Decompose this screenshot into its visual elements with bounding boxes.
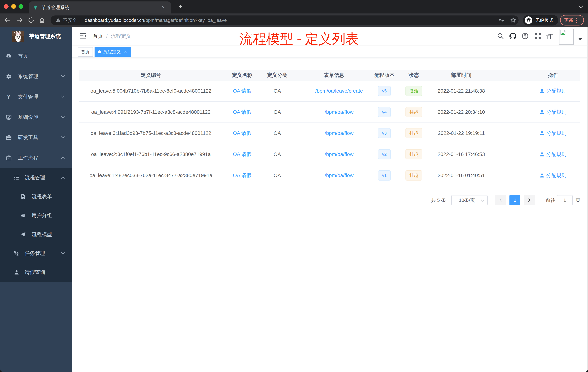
tab-search-icon[interactable]: [578, 5, 583, 8]
avatar[interactable]: [559, 29, 574, 44]
cell-time: 2022-01-16 01:40:51: [434, 165, 488, 186]
url-bar[interactable]: 不安全 dashboard.yudao.iocoder.cn/bpm/manag…: [51, 15, 519, 25]
fullscreen-icon[interactable]: [535, 33, 541, 39]
col-header-id: 定义编号: [79, 70, 222, 81]
assign-rule-link[interactable]: 分配规则: [540, 88, 567, 94]
cell-name-link[interactable]: OA 请假: [222, 144, 262, 165]
tab-title: 芋道管理系统: [42, 5, 69, 11]
forward-icon[interactable]: [16, 17, 23, 24]
user-group-icon: [20, 213, 26, 218]
sidebar-item-system[interactable]: 系统管理: [0, 66, 72, 87]
assign-rule-link[interactable]: 分配规则: [540, 109, 567, 116]
bookmark-star-icon[interactable]: [510, 17, 516, 23]
sidebar-item-label: 流程模型: [32, 231, 52, 238]
assign-rule-link[interactable]: 分配规则: [540, 151, 567, 158]
cell-category: OA: [262, 81, 293, 101]
cell-id: oa_leave:3:1fad3d93-7b75-11ec-a3c8-acde4…: [79, 123, 222, 144]
macos-minimize-button[interactable]: [11, 4, 16, 9]
tag-home[interactable]: 首页: [78, 47, 93, 57]
cell-id: oa_leave:1:482ec033-762a-11ec-8477-a2380…: [79, 165, 222, 186]
sidebar-item-label: 流程管理: [25, 174, 45, 181]
user-icon: [540, 152, 544, 157]
cell-time: 2022-01-22 19:19:11: [434, 123, 488, 144]
page-size-select[interactable]: 10条/页: [451, 195, 488, 205]
assign-rule-label: 分配规则: [546, 172, 567, 179]
sidebar-item-process-model[interactable]: 流程模型: [0, 225, 72, 244]
goto-page-input[interactable]: 1: [557, 195, 573, 205]
cell-form-link[interactable]: /bpm/oa/flow: [293, 165, 375, 186]
browser-tab[interactable]: 芋道管理系统 ×: [29, 1, 171, 13]
home-icon[interactable]: [39, 17, 45, 24]
sidebar-item-process-manage[interactable]: 流程管理: [0, 168, 72, 187]
cell-name-link[interactable]: OA 请假: [222, 102, 262, 122]
page-unit-label: 页: [576, 197, 580, 203]
macos-zoom-button[interactable]: [19, 4, 23, 9]
col-header-form: 表单信息: [293, 70, 375, 81]
cell-form-link[interactable]: /bpm/oa/flow: [293, 144, 375, 165]
tab-close-icon[interactable]: ×: [160, 4, 166, 10]
github-icon[interactable]: [509, 33, 516, 40]
prev-page-button[interactable]: [495, 195, 506, 205]
sidebar-logo[interactable]: 芋道管理系统: [0, 27, 72, 46]
page-number-1[interactable]: 1: [509, 195, 520, 205]
version-tag: v5: [378, 86, 390, 96]
yen-icon: ¥: [6, 94, 12, 100]
sidebar-item-leave-query[interactable]: 请假查询: [0, 263, 72, 282]
back-icon[interactable]: [4, 17, 10, 24]
tag-label: 首页: [81, 47, 90, 56]
table-header-row: 定义编号 定义名称 定义分类 表单信息 流程版本 状态 部署时间 操作: [79, 70, 580, 81]
search-icon[interactable]: [497, 33, 504, 39]
table-row: oa_leave:4:991f2193-7b7f-11ec-a3c8-acde4…: [79, 102, 580, 123]
chevron-up-icon: [61, 176, 65, 179]
user-icon: [540, 131, 544, 136]
breadcrumb-home[interactable]: 首页: [93, 33, 103, 40]
table-row: oa_leave:1:482ec033-762a-11ec-8477-a2380…: [79, 165, 580, 186]
monitor-icon: [6, 114, 12, 120]
col-header-version: 流程版本: [375, 70, 393, 81]
assign-rule-link[interactable]: 分配规则: [540, 172, 567, 179]
gear-icon: [6, 74, 12, 79]
browser-update-button[interactable]: 更新: [560, 15, 584, 25]
tag-process-definition[interactable]: 流程定义 ×: [94, 47, 131, 57]
browser-menu-kebab-icon[interactable]: [576, 18, 577, 23]
status-tag: 激活: [405, 86, 422, 96]
tag-close-icon[interactable]: ×: [123, 47, 128, 56]
cell-form-link[interactable]: /bpm/oa/flow: [293, 123, 375, 144]
assign-rule-link[interactable]: 分配规则: [540, 130, 567, 137]
font-size-icon[interactable]: [546, 33, 554, 39]
cell-form-link[interactable]: /bpm/oa/flow: [293, 102, 375, 122]
next-page-button[interactable]: [524, 195, 535, 205]
user-icon: [540, 173, 544, 178]
sidebar-item-home[interactable]: 首页: [0, 46, 72, 66]
cell-name-link[interactable]: OA 请假: [222, 81, 262, 101]
reload-icon[interactable]: [28, 17, 34, 24]
col-header-status: 状态: [393, 70, 434, 81]
sidebar-item-workflow[interactable]: 工作流程: [0, 148, 72, 168]
status-tag: 挂起: [405, 149, 422, 159]
sidebar-item-task-manage[interactable]: 任务管理: [0, 244, 72, 263]
caret-down-icon[interactable]: [578, 38, 582, 41]
sidebar-item-infra[interactable]: 基础设施: [0, 107, 72, 127]
cell-name-link[interactable]: OA 请假: [222, 165, 262, 186]
table-row: oa_leave:5:004b710b-7b8a-11ec-8ef0-acde4…: [79, 81, 580, 102]
sidebar-item-payment[interactable]: ¥ 支付管理: [0, 87, 72, 107]
cell-form-link[interactable]: /bpm/oa/leave/create: [293, 81, 375, 101]
sidebar-item-user-group[interactable]: 用户分组: [0, 206, 72, 225]
incognito-label: 无痕模式: [535, 17, 554, 23]
browser-chrome: 芋道管理系统 × +: [0, 0, 588, 27]
browser-toolbar: 不安全 dashboard.yudao.iocoder.cn/bpm/manag…: [0, 13, 588, 27]
toolbox-icon: [6, 135, 12, 141]
password-key-icon[interactable]: [499, 17, 504, 23]
logo-rabbit-avatar: [12, 31, 24, 42]
chevron-down-icon: [61, 95, 65, 98]
briefcase-icon: [6, 155, 12, 161]
sidebar-collapse-icon[interactable]: [79, 32, 86, 40]
col-header-category: 定义分类: [262, 70, 293, 81]
new-tab-button[interactable]: +: [177, 3, 184, 10]
help-icon[interactable]: [522, 33, 528, 39]
sidebar-item-process-form[interactable]: 流程表单: [0, 187, 72, 206]
cell-name-link[interactable]: OA 请假: [222, 123, 262, 144]
status-tag: 挂起: [405, 170, 422, 181]
macos-close-button[interactable]: [4, 4, 9, 9]
sidebar-item-devtools[interactable]: 研发工具: [0, 127, 72, 148]
